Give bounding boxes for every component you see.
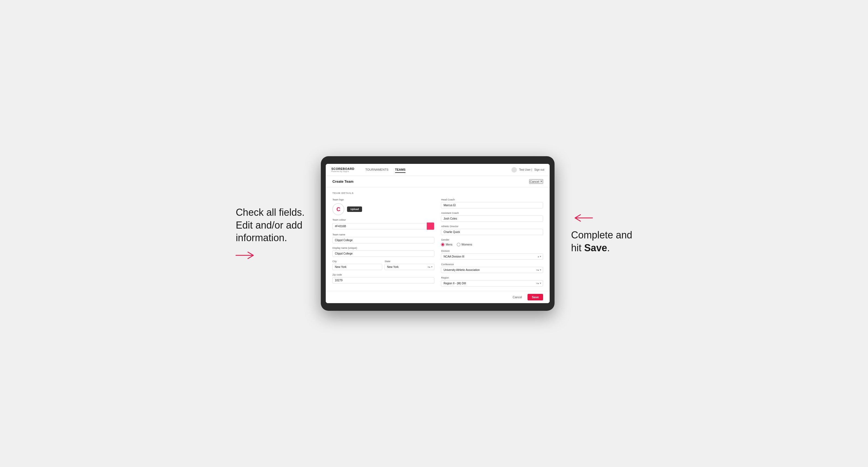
athletic-director-label: Athletic Director — [441, 225, 543, 228]
annotation-arrow-right — [571, 213, 593, 223]
nav-teams[interactable]: TEAMS — [395, 167, 406, 173]
team-logo-circle: C — [332, 203, 344, 215]
save-button[interactable]: Save — [528, 294, 544, 301]
region-select-wrapper: Region II - (M) DIII ✕ ▲▼ — [441, 280, 543, 286]
display-name-input[interactable] — [332, 250, 434, 257]
gender-womens-label: Womens — [461, 243, 472, 246]
create-team-title: Create Team — [332, 180, 353, 184]
color-swatch[interactable] — [427, 222, 434, 230]
create-team-header: Create Team Cancel ✕ — [326, 176, 550, 187]
section-label: TEAM DETAILS — [332, 192, 543, 194]
tablet-screen: SCOREBOARD Powered by clipp'd TOURNAMENT… — [326, 164, 550, 303]
navbar-right: Test User | Sign out — [512, 167, 544, 173]
conference-field: Conference University Athletic Associati… — [441, 263, 543, 273]
gender-field: Gender Mens Womens — [441, 239, 543, 246]
athletic-director-field: Athletic Director — [441, 225, 543, 235]
annotation-arrow-left — [236, 250, 257, 261]
team-logo-label: Team logo — [332, 198, 434, 201]
team-name-input[interactable] — [332, 237, 434, 243]
annotation-line1: Check all fields. — [236, 207, 305, 218]
annotation-right: Complete and hit Save. — [571, 213, 632, 254]
region-label: Region — [441, 276, 543, 279]
city-label: City — [332, 260, 382, 263]
gender-womens-option[interactable]: Womens — [457, 243, 472, 246]
form-footer: Cancel Save — [326, 291, 550, 303]
upload-button[interactable]: Upload — [347, 207, 362, 212]
user-avatar — [512, 167, 517, 173]
division-label: Division — [441, 250, 543, 252]
brand-logo: SCOREBOARD Powered by clipp'd — [331, 167, 354, 172]
region-select[interactable]: Region II - (M) DIII — [441, 280, 543, 286]
team-colour-field: Team colour — [332, 218, 434, 230]
cancel-button[interactable]: Cancel — [510, 294, 525, 301]
annotation-line3: information. — [236, 232, 287, 243]
division-select[interactable]: NCAA Division III NCAA Division II NCAA … — [441, 253, 543, 260]
gender-label: Gender — [441, 239, 543, 241]
navbar: SCOREBOARD Powered by clipp'd TOURNAMENT… — [326, 164, 550, 176]
display-name-field: Display name (unique) — [332, 247, 434, 257]
annotation-right-line2: hit — [571, 242, 584, 253]
cancel-x-label: Cancel — [530, 180, 539, 183]
division-field: Division NCAA Division III NCAA Division… — [441, 250, 543, 260]
form-area: TEAM DETAILS Team logo C Upload — [326, 187, 550, 291]
assistant-coach-input[interactable] — [441, 216, 543, 222]
annotation-right-end: . — [607, 242, 610, 253]
team-colour-input[interactable] — [332, 223, 427, 229]
logo-letter: C — [336, 206, 340, 213]
close-icon: ✕ — [540, 180, 542, 183]
signout-link[interactable]: Sign out — [534, 168, 545, 171]
zip-input[interactable] — [332, 277, 434, 283]
conference-label: Conference — [441, 263, 543, 266]
head-coach-input[interactable] — [441, 202, 543, 208]
city-state-field: City State New York ✕ — [332, 260, 434, 270]
state-label: State — [384, 260, 434, 263]
brand-title: SCOREBOARD — [331, 167, 354, 170]
team-colour-label: Team colour — [332, 218, 434, 221]
team-logo-field: Team logo C Upload — [332, 198, 434, 215]
city-field: City — [332, 260, 382, 270]
gender-mens-label: Mens — [445, 243, 452, 246]
team-name-label: Team name — [332, 233, 434, 236]
color-field-row — [332, 222, 434, 230]
state-select-wrapper: New York ✕ ▲▼ — [384, 264, 434, 270]
gender-womens-radio[interactable] — [457, 243, 460, 246]
conference-select[interactable]: University Athletic Association — [441, 267, 543, 273]
form-grid: Team logo C Upload Team colour — [332, 198, 543, 286]
zip-label: Zip code — [332, 273, 434, 276]
city-input[interactable] — [332, 264, 382, 270]
annotation-right-bold: Save — [584, 242, 607, 253]
brand-subtitle: Powered by clipp'd — [331, 170, 354, 172]
form-right: Head Coach Assistant Coach Athletic Dire… — [441, 198, 543, 286]
tablet-device: SCOREBOARD Powered by clipp'd TOURNAMENT… — [321, 156, 555, 311]
cancel-x-button[interactable]: Cancel ✕ — [529, 179, 543, 184]
nav-tournaments[interactable]: TOURNAMENTS — [365, 167, 389, 173]
athletic-director-input[interactable] — [441, 229, 543, 235]
annotation-right-line1: Complete and — [571, 229, 632, 241]
team-name-field: Team name — [332, 233, 434, 243]
region-field: Region Region II - (M) DIII ✕ ▲▼ — [441, 276, 543, 286]
form-left: Team logo C Upload Team colour — [332, 198, 434, 286]
assistant-coach-label: Assistant Coach — [441, 212, 543, 214]
conference-select-wrapper: University Athletic Association ✕ ▲▼ — [441, 267, 543, 273]
display-name-label: Display name (unique) — [332, 247, 434, 249]
state-select[interactable]: New York — [384, 264, 434, 270]
head-coach-label: Head Coach — [441, 198, 543, 201]
zip-field: Zip code — [332, 273, 434, 283]
division-select-wrapper: NCAA Division III NCAA Division II NCAA … — [441, 253, 543, 260]
annotation-left: Check all fields. Edit and/or add inform… — [236, 206, 305, 261]
annotation-line2: Edit and/or add — [236, 220, 302, 231]
state-field: State New York ✕ ▲▼ — [384, 260, 434, 270]
logo-area: C Upload — [332, 203, 434, 215]
gender-mens-option[interactable]: Mens — [441, 243, 452, 246]
user-name: Test User | — [519, 168, 532, 171]
gender-mens-radio[interactable] — [441, 243, 444, 246]
gender-row: Mens Womens — [441, 243, 543, 246]
city-state-row: City State New York ✕ — [332, 260, 434, 270]
assistant-coach-field: Assistant Coach — [441, 212, 543, 222]
head-coach-field: Head Coach — [441, 198, 543, 208]
